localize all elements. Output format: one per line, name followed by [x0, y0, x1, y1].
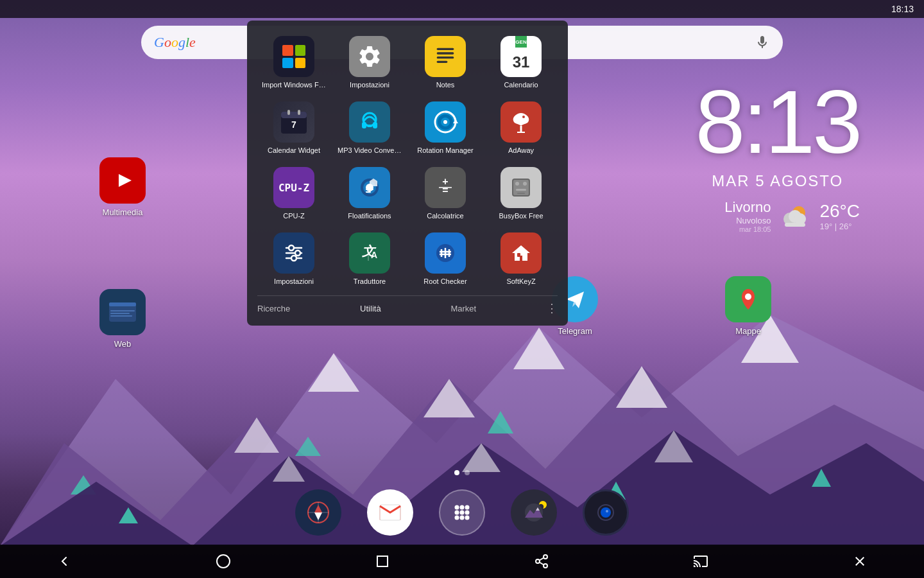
svg-point-89	[460, 505, 465, 510]
app-label-mp3: MP3 Video Convert...	[338, 146, 402, 154]
dock-item-camera[interactable]	[583, 489, 629, 536]
svg-rect-73	[517, 253, 520, 257]
drawer-ricerche[interactable]: Ricerche	[257, 304, 290, 313]
svg-point-100	[603, 509, 609, 516]
dock-item-gmail[interactable]	[367, 489, 413, 536]
app-label-calendario: Calendario	[504, 81, 538, 89]
app-item-calc[interactable]: + ── = Calcolatrice	[409, 162, 482, 225]
svg-point-54	[515, 182, 519, 186]
app-label-import-windows: Import Windows Fil...	[262, 81, 326, 89]
svg-point-101	[606, 510, 608, 512]
clock-time: 8:13	[696, 77, 860, 167]
page-dot-1[interactable]	[454, 470, 459, 475]
svg-rect-35	[373, 122, 377, 128]
app-label-cpuz: CPU-Z	[283, 212, 305, 220]
drawer-more-icon[interactable]: ⋮	[546, 301, 558, 315]
svg-rect-78	[110, 313, 130, 314]
desktop-icon-multimedia[interactable]: Multimedia	[99, 157, 146, 217]
drawer-market[interactable]: Market	[450, 304, 476, 313]
desktop-label-web: Web	[114, 339, 132, 349]
nav-bar	[0, 545, 924, 578]
svg-marker-40	[453, 119, 458, 123]
nav-cast-button[interactable]	[688, 548, 714, 574]
page-dot-2[interactable]	[465, 470, 470, 475]
svg-rect-27	[437, 61, 448, 63]
app-item-adaway[interactable]: AdAway	[484, 96, 558, 159]
nav-back-button[interactable]	[51, 548, 77, 574]
svg-rect-46	[366, 189, 373, 190]
app-drawer: Import Windows Fil... Impostazioni Notes…	[247, 21, 568, 326]
app-item-busybox[interactable]: BusyBox Free	[484, 162, 558, 225]
svg-line-107	[540, 563, 544, 565]
status-bar: 18:13	[0, 0, 924, 18]
svg-point-91	[455, 511, 459, 515]
app-label-notes: Notes	[436, 81, 455, 89]
svg-point-61	[295, 250, 300, 256]
svg-point-94	[455, 516, 459, 520]
app-item-softkez[interactable]: SoftKeyZ	[484, 227, 558, 290]
app-label-softkez: SoftKeyZ	[506, 277, 535, 285]
drawer-utilita[interactable]: Utilità	[360, 304, 381, 313]
app-label-busybox: BusyBox Free	[499, 212, 543, 220]
app-label-rotation: Rotation Manager	[417, 146, 473, 154]
app-item-root-checker[interactable]: Root Checker	[409, 227, 482, 290]
svg-line-108	[540, 558, 544, 561]
desktop-label-mappe: Mappe	[735, 326, 761, 336]
big-clock: 8:13 MAR 5 AGOSTO	[696, 77, 860, 190]
clock-date: MAR 5 AGOSTO	[696, 172, 860, 190]
desktop-label-multimedia: Multimedia	[103, 207, 143, 217]
dock-item-themes[interactable]	[511, 489, 557, 536]
app-item-traduttore[interactable]: 文 A Traduttore	[333, 227, 406, 290]
svg-rect-29	[281, 112, 307, 118]
weather-range: 19° | 26°	[819, 222, 860, 231]
google-logo: Google	[154, 34, 196, 51]
svg-text:7: 7	[291, 119, 296, 130]
svg-point-93	[465, 511, 470, 515]
svg-point-81	[745, 293, 751, 300]
svg-marker-74	[119, 174, 132, 187]
desktop-icon-web[interactable]: Web	[99, 289, 146, 349]
weather-icon	[778, 200, 812, 233]
svg-point-63	[291, 256, 296, 261]
app-item-notes[interactable]: Notes	[409, 31, 482, 94]
svg-point-88	[455, 505, 459, 510]
weather-location: Livorno	[724, 199, 771, 216]
dock	[0, 480, 924, 545]
svg-rect-23	[785, 223, 805, 227]
svg-rect-76	[109, 302, 136, 306]
app-label-float: Floatifications	[348, 212, 391, 220]
svg-rect-47	[366, 191, 371, 193]
nav-home-button[interactable]	[210, 548, 236, 574]
app-item-calendar-widget[interactable]: 7 Calendar Widget	[257, 96, 330, 159]
app-item-import-windows[interactable]: Import Windows Fil...	[257, 31, 330, 94]
app-item-cpuz[interactable]: CPU-Z CPU-Z	[257, 162, 330, 225]
nav-share-button[interactable]	[529, 548, 554, 574]
app-item-rotation[interactable]: Rotation Manager	[409, 96, 482, 159]
drawer-footer: Ricerche Utilità Market ⋮	[257, 295, 558, 315]
svg-point-90	[465, 505, 470, 510]
svg-point-41	[443, 120, 447, 124]
svg-rect-57	[517, 193, 525, 194]
desktop-icon-mappe[interactable]: Mappe	[725, 276, 771, 336]
app-item-mp3[interactable]: MP3 Video Convert...	[333, 96, 406, 159]
app-label-calendar-widget: Calendar Widget	[268, 146, 320, 154]
app-item-impostazioni1[interactable]: Impostazioni	[333, 31, 406, 94]
weather-condition-note: mar 18:05	[724, 225, 771, 233]
nav-recents-button[interactable]	[370, 548, 395, 574]
app-label-calc: Calcolatrice	[427, 212, 463, 220]
svg-rect-103	[377, 556, 388, 566]
app-label-impostazioni2: Impostazioni	[274, 277, 314, 285]
desktop-label-telegram: Telegram	[558, 326, 592, 336]
mic-icon[interactable]	[755, 35, 770, 50]
svg-rect-77	[110, 310, 135, 311]
svg-point-104	[543, 555, 547, 559]
app-item-float[interactable]: Floatifications	[333, 162, 406, 225]
svg-point-105	[536, 559, 540, 563]
app-item-impostazioni2[interactable]: Impostazioni	[257, 227, 330, 290]
app-item-calendario[interactable]: GEN 31 Calendario	[484, 31, 558, 94]
dock-item-launcher[interactable]	[439, 489, 485, 536]
dock-item-browser[interactable]	[295, 489, 341, 536]
svg-rect-36	[367, 125, 372, 127]
nav-close-button[interactable]	[847, 548, 873, 574]
weather-temp: 26°C	[819, 201, 860, 222]
